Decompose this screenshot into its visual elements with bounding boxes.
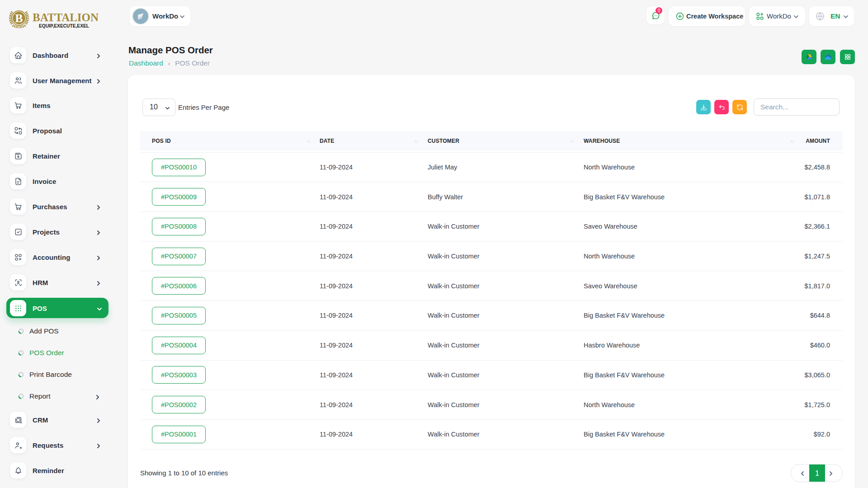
svg-text:EQUIP,EXECUTE,EXEL: EQUIP,EXECUTE,EXEL xyxy=(39,23,90,28)
svg-text:BATTALION: BATTALION xyxy=(33,11,99,23)
svg-text:B: B xyxy=(15,12,23,25)
